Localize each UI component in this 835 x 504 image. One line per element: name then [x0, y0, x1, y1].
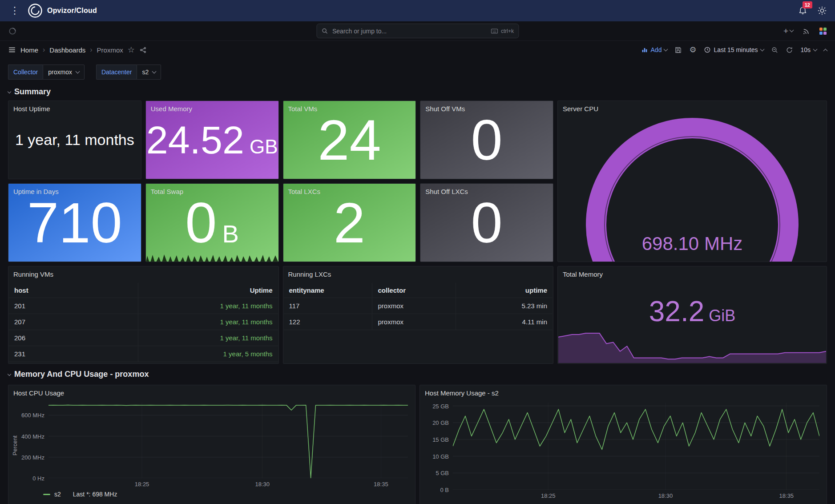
rss-icon[interactable] [802, 27, 810, 35]
y-axis-label: Percent [11, 403, 18, 489]
search-box[interactable]: ctrl+k [316, 24, 519, 38]
datacenter-variable[interactable]: Datacenter s2 [96, 65, 161, 80]
breadcrumb-home[interactable]: Home [20, 46, 38, 54]
running-vms-panel[interactable]: Running VMs hostUptime2011 year, 11 mont… [8, 266, 279, 364]
add-label: Add [651, 46, 662, 53]
host-uptime-panel[interactable]: Host Uptime 1 year, 11 months [8, 101, 141, 179]
column-header[interactable]: uptime [456, 283, 553, 298]
chevron-down-icon [664, 47, 668, 51]
panel-title: Host Uptime [8, 101, 141, 117]
uptime-in-days-panel[interactable]: Uptime in Days 710 [8, 183, 141, 262]
datacenter-value-dropdown[interactable]: s2 [137, 65, 161, 80]
collapse-toolbar-chevron-icon[interactable] [823, 48, 828, 53]
total-vms-panel[interactable]: Total VMs 24 [283, 101, 416, 179]
column-header[interactable]: entityname [284, 283, 372, 298]
summary-grid: Host Uptime 1 year, 11 months Used Memor… [0, 101, 835, 364]
host-uptime-value: 1 year, 11 months [15, 131, 134, 149]
chevron-down-icon [790, 28, 794, 32]
time-range-picker[interactable]: Last 15 minutes [704, 46, 764, 53]
refresh-icon[interactable] [786, 46, 793, 54]
favorite-star-icon[interactable]: ☆ [128, 46, 135, 54]
column-header[interactable]: collector [372, 283, 456, 298]
server-cpu-panel[interactable]: Server CPU 698.10 MHz [557, 101, 827, 262]
total-swap-unit: B [222, 219, 239, 248]
dashboard-toolbar: Home › Dashboards › Proxmox ☆ Add ⚙ [0, 41, 835, 59]
table-cell: 231 [9, 346, 138, 362]
x-tick-label: 18:30 [658, 492, 673, 499]
y-tick-label: 200 MHz [21, 454, 44, 460]
y-tick-label: 15 GB [432, 436, 449, 443]
memory-cpu-section-header[interactable]: Memory And CPU Usage - proxmox [0, 364, 835, 383]
search-icon [321, 28, 328, 34]
host-memory-usage-chart[interactable] [453, 403, 819, 490]
charts-row: Host CPU Usage Percent 0 Hz200 MHz400 MH… [0, 385, 835, 504]
nav-bar: ctrl+k + [0, 21, 835, 41]
table-cell: 5.23 min [456, 298, 553, 314]
grafana-logo-icon[interactable] [8, 27, 17, 36]
running-lxcs-panel[interactable]: Running LXCs entitynamecollectoruptime11… [283, 266, 554, 364]
brand: Opvizor/Cloud [28, 3, 97, 18]
datacenter-value: s2 [142, 69, 149, 76]
chevron-down-icon [813, 47, 818, 51]
table-cell[interactable]: 1 year, 11 months [138, 330, 278, 346]
legend-series-name[interactable]: s2 [54, 491, 61, 498]
total-memory-value: 32.2 [649, 295, 705, 327]
new-button[interactable]: + [783, 26, 793, 36]
running-lxcs-table: entitynamecollectoruptime117proxmox5.23 … [284, 283, 553, 330]
total-memory-panel[interactable]: Total Memory 32.2GiB [557, 266, 827, 364]
table-cell[interactable]: 1 year, 5 months [138, 346, 278, 362]
table-cell: proxmox [372, 314, 456, 330]
collector-value-dropdown[interactable]: proxmox [43, 65, 85, 80]
summary-section-header[interactable]: Summary [0, 81, 835, 101]
column-header[interactable]: host [9, 283, 138, 298]
panel-title: Host Memory Usage - s2 [420, 385, 827, 401]
panel-title: Total Swap [146, 184, 278, 199]
zoom-out-icon[interactable] [771, 46, 779, 54]
legend-series-value: Last *: 698 MHz [73, 491, 117, 498]
x-axis: 18:2518:3018:35 [48, 478, 408, 489]
summary-section-title: Summary [14, 87, 51, 97]
notifications-button[interactable]: 12 [798, 5, 807, 16]
table-cell: proxmox [372, 298, 456, 314]
total-vms-value: 24 [318, 112, 381, 169]
notification-badge: 12 [803, 1, 812, 8]
x-tick-label: 18:35 [374, 481, 388, 488]
save-dashboard-icon[interactable] [674, 46, 682, 54]
table-cell[interactable]: 1 year, 11 months [138, 314, 278, 330]
shut-off-lxcs-panel[interactable]: Shut Off LXCs 0 [420, 183, 553, 262]
table-cell: 122 [284, 314, 372, 330]
theme-toggle-sun-icon[interactable] [817, 6, 827, 16]
shut-off-vms-panel[interactable]: Shut Off VMs 0 [420, 101, 553, 179]
table-row: 122proxmox4.11 min [284, 314, 553, 330]
total-lxcs-panel[interactable]: Total LXCs 2 [283, 183, 416, 262]
add-panel-button[interactable]: Add [641, 46, 668, 53]
shut-off-lxcs-value: 0 [471, 194, 503, 251]
mega-menu-icon[interactable] [8, 46, 16, 54]
host-cpu-usage-panel[interactable]: Host CPU Usage Percent 0 Hz200 MHz400 MH… [8, 385, 415, 504]
total-swap-clipped-artifact [145, 252, 279, 262]
table-cell[interactable]: 1 year, 11 months [138, 298, 278, 314]
panel-title: Total VMs [283, 101, 416, 117]
total-swap-panel[interactable]: Total Swap 0 B [145, 183, 279, 262]
host-cpu-usage-chart[interactable] [48, 403, 408, 478]
search-input[interactable] [331, 27, 488, 35]
apps-grid-icon[interactable] [819, 27, 827, 35]
refresh-interval-dropdown[interactable]: 10s [800, 46, 817, 53]
host-memory-usage-svg [453, 403, 819, 490]
kebab-menu-icon[interactable]: ⋮ [8, 6, 21, 16]
breadcrumb-current: Proxmox [97, 46, 123, 54]
x-tick-label: 18:35 [779, 492, 794, 499]
breadcrumb-dashboards[interactable]: Dashboards [49, 46, 85, 54]
column-header[interactable]: Uptime [138, 283, 278, 298]
top-bar: ⋮ Opvizor/Cloud 12 [0, 0, 835, 21]
panel-title: Used Memory [146, 101, 278, 117]
settings-gear-icon[interactable]: ⚙ [689, 46, 696, 54]
share-icon[interactable] [139, 46, 147, 54]
server-cpu-gauge: 698.10 MHz [558, 113, 827, 262]
host-memory-usage-panel[interactable]: Host Memory Usage - s2 0 B5 GB10 GB15 GB… [420, 385, 827, 504]
y-tick-label: 25 GB [432, 403, 449, 409]
collector-variable[interactable]: Collector proxmox [8, 65, 85, 80]
time-range-label: Last 15 minutes [714, 46, 758, 53]
server-cpu-value: 698.10 MHz [642, 233, 742, 254]
used-memory-panel[interactable]: Used Memory 24.52 GB [145, 101, 279, 179]
